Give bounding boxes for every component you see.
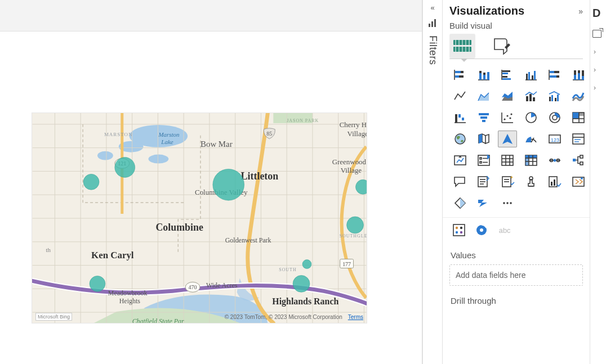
svg-rect-119 (557, 95, 559, 101)
viz-type-100-stacked-bar[interactable] (545, 66, 564, 83)
svg-point-141 (455, 134, 465, 144)
refresh-visual-icon[interactable] (473, 222, 490, 238)
values-field-well[interactable]: Add data fields here (449, 264, 583, 286)
svg-rect-114 (529, 94, 532, 101)
values-placeholder: Add data fields here (456, 271, 526, 280)
viz-type-stacked-area[interactable] (498, 88, 517, 105)
search-icon[interactable] (592, 30, 601, 38)
chevron-right-icon[interactable]: › (590, 48, 596, 56)
viz-type-gauge[interactable] (522, 131, 541, 147)
svg-point-132 (510, 113, 512, 115)
viz-type-pie[interactable] (522, 109, 541, 126)
svg-rect-152 (480, 161, 482, 163)
svg-rect-110 (578, 73, 580, 80)
svg-rect-88 (483, 75, 485, 80)
svg-point-193 (460, 227, 462, 229)
svg-text:MARSTON: MARSTON (104, 132, 133, 137)
viz-type-qa[interactable] (451, 173, 470, 190)
viz-type-map[interactable] (451, 131, 470, 147)
svg-text:Bow Mar: Bow Mar (200, 140, 233, 149)
svg-text:Greenwood: Greenwood (332, 158, 367, 166)
viz-type-scatter[interactable] (498, 109, 517, 126)
visualizations-collapse-icon[interactable]: » (578, 7, 583, 16)
viz-type-power-apps[interactable] (569, 173, 588, 190)
viz-type-ribbon[interactable] (569, 88, 588, 105)
svg-rect-98 (528, 72, 530, 80)
get-more-visuals-icon[interactable]: abc (496, 222, 513, 238)
svg-rect-113 (526, 96, 528, 101)
viz-type-line-stacked-column[interactable] (522, 88, 541, 105)
viz-type-goals[interactable] (522, 173, 541, 190)
viz-type-treemap[interactable] (569, 109, 588, 126)
viz-type-filled-map[interactable] (474, 131, 493, 147)
svg-point-195 (460, 231, 462, 233)
svg-point-3 (97, 151, 113, 160)
canvas-ribbon-placeholder (0, 0, 422, 32)
viz-type-stacked-column[interactable] (474, 66, 493, 83)
report-canvas[interactable]: 85121470177MARSTONMarstonLakeBow MarJASO… (0, 0, 422, 364)
viz-type-matrix[interactable] (522, 152, 541, 169)
viz-type-kpi[interactable] (451, 152, 470, 169)
viz-type-100-stacked-column[interactable] (569, 66, 588, 83)
viz-type-clustered-column[interactable] (522, 66, 541, 83)
viz-type-funnel[interactable] (474, 109, 493, 126)
filters-expand-icon[interactable]: « (430, 3, 434, 12)
viz-type-table[interactable] (498, 152, 517, 169)
svg-rect-81 (455, 71, 461, 73)
viz-type-power-automate-b[interactable] (474, 195, 493, 212)
svg-text:Goldenwest Park: Goldenwest Park (225, 236, 271, 244)
viz-type-line-clustered-column[interactable] (545, 88, 564, 105)
visualization-type-grid: 123✦ (443, 59, 590, 215)
chevron-right-icon[interactable]: › (590, 66, 596, 74)
svg-point-64 (293, 275, 310, 292)
map-terms-link[interactable]: Terms (348, 314, 363, 320)
svg-text:177: 177 (342, 261, 351, 267)
svg-rect-185 (554, 179, 555, 186)
viz-type-waterfall[interactable] (451, 109, 470, 126)
viz-type-paginated-report[interactable]: ✦ (498, 173, 517, 190)
viz-type-area[interactable] (474, 88, 493, 105)
viz-type-clustered-bar[interactable] (498, 66, 517, 83)
viz-type-azure-map[interactable] (498, 131, 517, 147)
drill-through-section-title: Drill through (443, 288, 590, 309)
viz-type-donut[interactable] (545, 109, 564, 126)
svg-rect-112 (582, 76, 584, 80)
format-visual-tab[interactable] (489, 34, 515, 59)
svg-text:470: 470 (189, 284, 197, 290)
viz-type-ellipsis[interactable] (498, 195, 517, 212)
data-pane-edge[interactable]: D › › › (590, 0, 606, 364)
viz-type-power-automate[interactable] (451, 195, 470, 212)
viz-type-stacked-bar[interactable] (451, 66, 470, 83)
svg-text:Columbine: Columbine (155, 222, 203, 233)
data-pane-title-fragment: D (590, 7, 600, 20)
svg-point-63 (302, 260, 311, 269)
viz-type-decomposition-tree[interactable] (569, 152, 588, 169)
viz-type-line[interactable] (451, 88, 470, 105)
svg-rect-155 (502, 155, 513, 165)
viz-type-slicer[interactable] (474, 152, 493, 169)
viz-type-smart-narrative[interactable] (474, 173, 493, 190)
svg-rect-118 (555, 98, 556, 101)
group-visual-icon[interactable] (451, 222, 467, 238)
svg-rect-117 (551, 95, 553, 101)
visualizations-pane: Visualizations » Build visual 123✦ (443, 0, 590, 364)
values-section-title: Values (443, 242, 590, 263)
svg-text:SOUTH: SOUTH (279, 267, 296, 272)
viz-type-r-visual[interactable] (545, 152, 564, 169)
chevron-right-icon[interactable]: › (590, 84, 596, 92)
viz-type-multi-row-card[interactable] (569, 131, 588, 147)
build-visual-tab[interactable] (449, 34, 475, 59)
viz-type-card[interactable]: 123 (545, 131, 564, 147)
svg-text:Littleton: Littleton (241, 170, 279, 182)
svg-rect-123 (462, 118, 464, 120)
svg-rect-108 (574, 75, 576, 80)
filters-pane-collapsed[interactable]: « Filters (422, 0, 443, 364)
svg-point-61 (347, 217, 364, 233)
svg-rect-173 (580, 162, 583, 165)
svg-text:Wide Acres: Wide Acres (206, 281, 238, 289)
svg-rect-102 (550, 71, 554, 73)
map-visual[interactable]: 85121470177MARSTONMarstonLakeBow MarJASO… (32, 113, 367, 323)
mode-tabs (443, 33, 590, 59)
viz-type-python-visual[interactable] (545, 173, 564, 190)
svg-point-129 (503, 118, 505, 120)
